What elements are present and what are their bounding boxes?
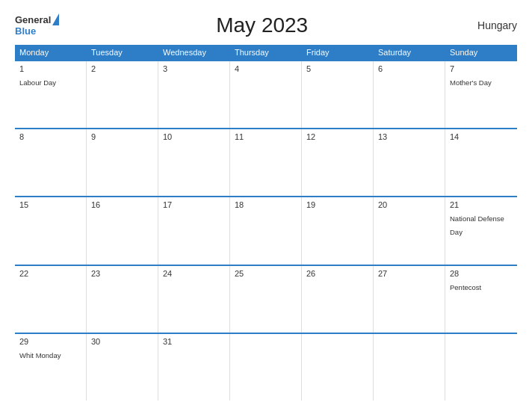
page-header: General Blue May 2023 Hungary (15, 13, 517, 37)
logo-blue: Blue (15, 25, 36, 37)
week-3: 15 16 17 18 19 20 21 N (15, 196, 517, 264)
header-tuesday: Tuesday (87, 45, 158, 60)
logo-general: General (15, 14, 51, 25)
day-empty-1 (230, 334, 302, 401)
day-29: 29 Whit Monday (15, 334, 87, 401)
calendar: Monday Tuesday Wednesday Thursday Friday… (15, 45, 517, 401)
header-wednesday: Wednesday (158, 45, 230, 60)
country-label: Hungary (465, 19, 517, 31)
logo: General Blue (15, 14, 59, 37)
day-8: 8 (15, 129, 87, 196)
day-10: 10 (158, 129, 230, 196)
calendar-body: 1 Labour Day 2 3 4 5 6 (15, 60, 517, 401)
day-15: 15 (15, 197, 87, 264)
day-12: 12 (302, 129, 374, 196)
day-empty-3 (374, 334, 445, 401)
day-18: 18 (230, 197, 302, 264)
day-5: 5 (302, 61, 374, 128)
day-31: 31 (158, 334, 230, 401)
day-3: 3 (158, 61, 230, 128)
day-26: 26 (302, 266, 374, 333)
day-28: 28 Pentecost (445, 266, 517, 333)
day-16: 16 (87, 197, 158, 264)
day-30: 30 (87, 334, 158, 401)
header-thursday: Thursday (230, 45, 302, 60)
header-saturday: Saturday (374, 45, 445, 60)
week-1: 1 Labour Day 2 3 4 5 6 (15, 60, 517, 128)
day-17: 17 (158, 197, 230, 264)
day-20: 20 (374, 197, 445, 264)
day-empty-2 (302, 334, 374, 401)
day-19: 19 (302, 197, 374, 264)
week-4: 22 23 24 25 26 27 28 P (15, 265, 517, 333)
header-monday: Monday (15, 45, 87, 60)
day-14: 14 (445, 129, 517, 196)
day-11: 11 (230, 129, 302, 196)
day-empty-4 (445, 334, 517, 401)
day-21: 21 National Defense Day (445, 197, 517, 264)
header-sunday: Sunday (445, 45, 517, 60)
day-22: 22 (15, 266, 87, 333)
week-5: 29 Whit Monday 30 31 (15, 333, 517, 401)
day-27: 27 (374, 266, 445, 333)
day-1: 1 Labour Day (15, 61, 87, 128)
day-25: 25 (230, 266, 302, 333)
day-13: 13 (374, 129, 445, 196)
day-24: 24 (158, 266, 230, 333)
header-friday: Friday (302, 45, 374, 60)
calendar-header: Monday Tuesday Wednesday Thursday Friday… (15, 45, 517, 60)
calendar-title: May 2023 (59, 13, 465, 37)
day-6: 6 (374, 61, 445, 128)
day-7: 7 Mother's Day (445, 61, 517, 128)
logo-triangle-icon (52, 13, 59, 25)
week-2: 8 9 10 11 12 13 14 (15, 128, 517, 196)
day-2: 2 (87, 61, 158, 128)
day-9: 9 (87, 129, 158, 196)
day-23: 23 (87, 266, 158, 333)
day-4: 4 (230, 61, 302, 128)
